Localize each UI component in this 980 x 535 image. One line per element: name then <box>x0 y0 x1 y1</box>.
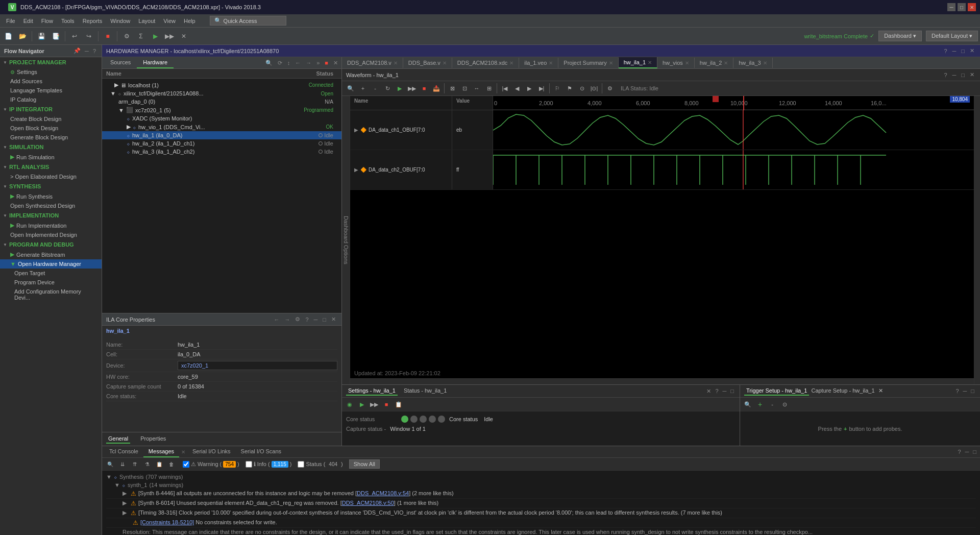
settings-arm[interactable]: ◉ <box>344 399 355 410</box>
ila-zoom-in[interactable]: + <box>357 83 369 94</box>
trigger-search[interactable]: 🔍 <box>742 399 753 410</box>
minimize-button[interactable]: ─ <box>947 3 955 11</box>
nav-run-simulation[interactable]: ▶ Run Simulation <box>0 152 102 162</box>
hw-manager-help[interactable]: ? <box>942 47 948 55</box>
waveform-min[interactable]: ─ <box>951 71 958 79</box>
maximize-button[interactable]: □ <box>958 3 966 11</box>
file-tab-dds-xdc[interactable]: DDS_ACM2108.xdc ✕ <box>452 58 519 68</box>
section-implementation[interactable]: ▼ IMPLEMENTATION <box>0 210 102 221</box>
menu-reports[interactable]: Reports <box>79 16 107 26</box>
menu-window[interactable]: Window <box>106 16 134 26</box>
file-tab-close-7[interactable]: ✕ <box>724 60 728 66</box>
waveform-close[interactable]: ✕ <box>968 71 976 79</box>
nav-open-target[interactable]: Open Target <box>0 269 102 278</box>
ila-search-btn[interactable]: 🔍 <box>345 83 356 94</box>
nav-add-sources[interactable]: Add Sources <box>0 77 102 86</box>
tab-settings-hw-ila[interactable]: Settings - hw_ila_1 <box>346 386 398 396</box>
hw-tree-hw-ila-3[interactable]: ⬦ hw_ila_3 (ila_1_AD_ch2) Idle <box>102 148 341 156</box>
settings-export[interactable]: 📋 <box>393 399 404 410</box>
save-button[interactable]: 💾 <box>35 30 47 42</box>
ila-export[interactable]: 📥 <box>431 83 442 94</box>
run-impl-button[interactable]: ▶ <box>149 30 161 42</box>
flow-nav-pin[interactable]: 📌 <box>72 47 82 55</box>
nav-open-hw-manager[interactable]: ▼ Open Hardware Manager <box>0 259 102 269</box>
tab-status-hw-ila[interactable]: Status - hw_ila_1 <box>402 386 449 396</box>
settings-run-fast[interactable]: ▶▶ <box>369 399 380 410</box>
file-tab-hw-ila-1[interactable]: hw_ila_1 ✕ <box>619 57 657 68</box>
section-synthesis[interactable]: ▼ SYNTHESIS <box>0 181 102 191</box>
file-tab-ila-veo[interactable]: ila_1.veo ✕ <box>519 58 558 68</box>
close-button[interactable]: ✕ <box>968 3 976 11</box>
nav-generate-bitstream[interactable]: ▶ Generate Bitstream <box>0 250 102 259</box>
toolbar-icon-3[interactable]: ▶▶ <box>163 30 176 42</box>
file-tab-dds-base-v[interactable]: DDS_Base.v ✕ <box>403 58 452 68</box>
hw-tab-icon2[interactable]: ← <box>293 59 302 67</box>
console-tab-serial-io[interactable]: Serial I/O Links <box>187 446 236 457</box>
menu-edit[interactable]: Edit <box>19 16 37 26</box>
info-checkbox[interactable] <box>246 461 252 468</box>
save-all-button[interactable]: 📑 <box>50 30 62 42</box>
nav-run-impl[interactable]: ▶ Run Implementation <box>0 221 102 230</box>
layout-button[interactable]: Default Layout ▾ <box>926 31 978 41</box>
ila-next-edge[interactable]: ▶ <box>524 83 535 94</box>
trigger-max[interactable]: □ <box>969 387 976 395</box>
section-rtl-analysis[interactable]: ▼ RTL ANALYSIS <box>0 162 102 172</box>
section-ip-integrator[interactable]: ▼ IP INTEGRATOR <box>0 104 102 114</box>
hw-tab-icon1[interactable]: ↕ <box>286 59 292 67</box>
settings-help[interactable]: ? <box>714 387 720 395</box>
info-filter[interactable]: ℹ Info ( 1,115 ) <box>246 461 292 468</box>
nav-language-templates[interactable]: Language Templates <box>0 86 102 95</box>
file-tab-close-1[interactable]: ✕ <box>443 60 447 66</box>
ila-run[interactable]: ▶ <box>394 83 405 94</box>
hw-tab-icon3[interactable]: → <box>304 59 313 67</box>
ila-nav-back[interactable]: ← <box>272 316 281 323</box>
undo-button[interactable]: ↩ <box>68 30 81 42</box>
tab-trigger-setup[interactable]: Trigger Setup - hw_ila_1 <box>744 386 809 396</box>
hw-manager-minimize[interactable]: ─ <box>951 47 958 55</box>
hw-tab-refresh[interactable]: ⟳ <box>276 59 284 67</box>
ila-run-fast[interactable]: ▶▶ <box>406 83 418 94</box>
settings-close-tab[interactable]: ✕ <box>705 387 713 395</box>
expand-msg1[interactable]: ▶ <box>122 490 127 497</box>
expand-synthesis[interactable]: ▼ <box>106 474 112 480</box>
section-project-manager[interactable]: ▼ PROJECT MANAGER <box>0 57 102 67</box>
flow-nav-min[interactable]: ─ <box>83 47 90 55</box>
show-all-button[interactable]: Show All <box>349 459 380 469</box>
menu-view[interactable]: View <box>159 16 180 26</box>
trigger-icon[interactable]: ⊙ <box>779 399 790 410</box>
ila-tab-properties[interactable]: Properties <box>138 434 168 444</box>
menu-layout[interactable]: Layout <box>134 16 159 26</box>
ila-props-min[interactable]: ─ <box>312 316 320 323</box>
ila-stop-red[interactable]: ■ <box>419 83 430 94</box>
expand-msg3[interactable]: ▶ <box>122 509 127 516</box>
console-messages-close[interactable]: ✕ <box>179 449 187 455</box>
file-tab-close-4[interactable]: ✕ <box>609 60 613 66</box>
console-tab-tcl[interactable]: Tcl Console <box>104 446 143 457</box>
hw-tab-close[interactable]: ✕ <box>332 59 339 67</box>
ila-props-max[interactable]: □ <box>321 316 328 323</box>
tab-hardware[interactable]: Hardware <box>137 57 174 68</box>
nav-open-block-design[interactable]: Open Block Design <box>0 124 102 133</box>
ila-props-close[interactable]: ✕ <box>330 315 337 323</box>
nav-settings[interactable]: ⚙ Settings <box>0 67 102 77</box>
dashboard-button[interactable]: Dashboard ▾ <box>878 31 922 41</box>
ila-settings[interactable]: ⚙ <box>293 315 302 323</box>
quick-access-box[interactable]: 🔍 Quick Access <box>210 16 286 26</box>
ila-prev[interactable]: |◀ <box>499 83 510 94</box>
hw-tree-arm-dap[interactable]: arm_dap_0 (0) N/A <box>102 98 341 106</box>
ila-tab-general[interactable]: General <box>106 434 130 444</box>
console-help[interactable]: ? <box>956 448 962 455</box>
hw-tab-search[interactable]: 🔍 <box>264 59 274 67</box>
console-max[interactable]: □ <box>971 448 978 455</box>
file-tab-hw-vios[interactable]: hw_vios ✕ <box>657 58 695 68</box>
expand-msg2[interactable]: ▶ <box>122 500 127 506</box>
nav-create-block-design[interactable]: Create Block Design <box>0 114 102 124</box>
ila-ref-marker[interactable]: ⚑ <box>564 83 575 94</box>
open-button[interactable]: 📂 <box>16 30 29 42</box>
ila-zoom-fit[interactable]: ⊠ <box>447 83 458 94</box>
waveform-hscroll[interactable] <box>350 378 974 384</box>
ila-marker-ref[interactable]: |⊙| <box>589 83 600 94</box>
settings-run[interactable]: ▶ <box>356 399 368 410</box>
console-tab-messages[interactable]: Messages <box>143 446 179 457</box>
toolbar-icon-1[interactable]: ⚙ <box>120 30 133 42</box>
